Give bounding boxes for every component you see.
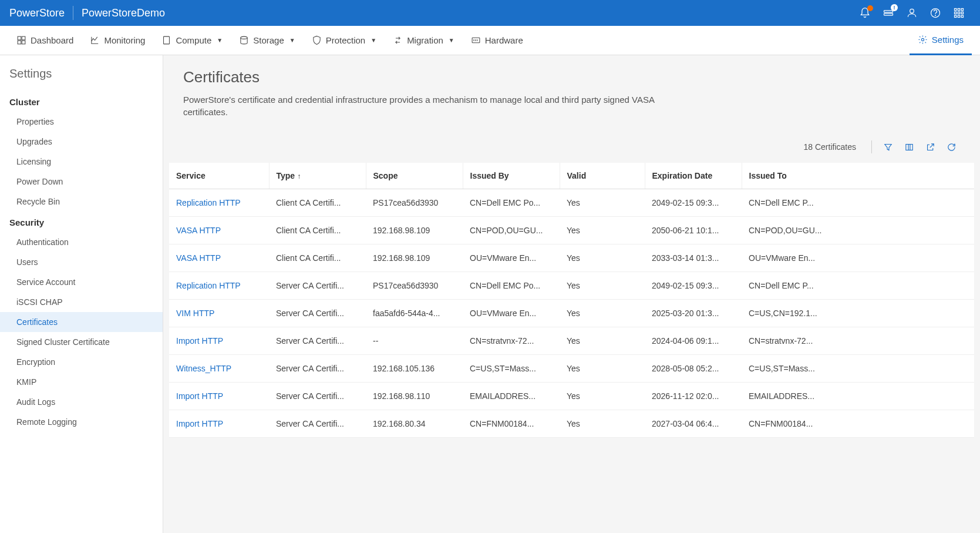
svg-rect-10 [961, 12, 963, 14]
cell-service[interactable]: VIM HTTP [169, 300, 269, 327]
cell-type: Server CA Certifi... [269, 327, 366, 355]
sidebar-item-powerdown[interactable]: Power Down [0, 172, 163, 192]
nav-label: Settings [932, 35, 964, 45]
column-type[interactable]: Type↑ [269, 163, 366, 189]
cell-service[interactable]: Replication HTTP [169, 189, 269, 217]
nav-label: Monitoring [104, 35, 145, 45]
notification-badge [867, 5, 873, 11]
sidebar-item-signedcert[interactable]: Signed Cluster Certificate [0, 332, 163, 352]
sidebar-item-authentication[interactable]: Authentication [0, 232, 163, 252]
cell-service[interactable]: Import HTTP [169, 410, 269, 438]
table-row[interactable]: Import HTTPServer CA Certifi...--CN=stra… [169, 327, 974, 355]
cell-service[interactable]: Import HTTP [169, 383, 269, 410]
sidebar-item-upgrades[interactable]: Upgrades [0, 132, 163, 152]
cell-service[interactable]: VASA HTTP [169, 217, 269, 244]
column-issuedby[interactable]: Issued By [463, 163, 560, 189]
cell-valid: Yes [560, 244, 645, 272]
toolbar-divider [871, 140, 872, 153]
cell-service[interactable]: Replication HTTP [169, 272, 269, 300]
filter-icon[interactable] [879, 139, 897, 155]
jobs-icon[interactable]: ! [883, 7, 894, 19]
sidebar-item-users[interactable]: Users [0, 252, 163, 272]
settings-sidebar: Settings Cluster Properties Upgrades Lic… [0, 55, 163, 533]
brand-label: PowerStore [9, 7, 65, 19]
cell-expiration: 2050-06-21 10:1... [645, 217, 742, 244]
column-service[interactable]: Service [169, 163, 269, 189]
sort-ascending-icon: ↑ [297, 172, 301, 180]
main-content: Certificates PowerStore's certificate an… [163, 55, 980, 533]
cell-valid: Yes [560, 383, 645, 410]
table-row[interactable]: VASA HTTPClient CA Certifi...192.168.98.… [169, 244, 974, 272]
sidebar-item-licensing[interactable]: Licensing [0, 152, 163, 172]
column-issuedto[interactable]: Issued To [742, 163, 974, 189]
table-row[interactable]: VASA HTTPClient CA Certifi...192.168.98.… [169, 217, 974, 244]
nav-compute[interactable]: Compute ▼ [153, 26, 231, 55]
sidebar-item-iscsichap[interactable]: iSCSI CHAP [0, 292, 163, 312]
cell-issued_to: CN=Dell EMC P... [742, 189, 974, 217]
table-row[interactable]: Witness_HTTPServer CA Certifi...192.168.… [169, 355, 974, 383]
refresh-icon[interactable] [942, 139, 960, 155]
nav-migration[interactable]: Migration ▼ [385, 26, 463, 55]
table-row[interactable]: VIM HTTPServer CA Certifi...faa5afd6-544… [169, 300, 974, 327]
app-header: PowerStore PowerStoreDemo ! [0, 0, 980, 26]
columns-icon[interactable] [900, 139, 918, 155]
sidebar-title: Settings [0, 55, 163, 91]
svg-rect-8 [955, 12, 957, 14]
user-icon[interactable] [906, 7, 918, 19]
cell-valid: Yes [560, 355, 645, 383]
sidebar-item-kmip[interactable]: KMIP [0, 372, 163, 392]
sidebar-item-certificates[interactable]: Certificates [0, 312, 163, 332]
table-row[interactable]: Replication HTTPServer CA Certifi...PS17… [169, 272, 974, 300]
nav-monitoring[interactable]: Monitoring [82, 26, 153, 55]
cell-expiration: 2028-05-08 05:2... [645, 355, 742, 383]
svg-point-21 [921, 38, 924, 41]
nav-storage[interactable]: Storage ▼ [231, 26, 303, 55]
svg-point-2 [910, 9, 914, 13]
notifications-icon[interactable] [859, 7, 871, 19]
cell-type: Server CA Certifi... [269, 410, 366, 438]
table-row[interactable]: Import HTTPServer CA Certifi...192.168.9… [169, 383, 974, 410]
column-scope[interactable]: Scope [366, 163, 463, 189]
cell-issued_to: C=US,ST=Mass... [742, 355, 974, 383]
svg-rect-6 [958, 9, 959, 11]
nav-dashboard[interactable]: Dashboard [8, 26, 82, 55]
sidebar-item-auditlogs[interactable]: Audit Logs [0, 392, 163, 412]
cell-valid: Yes [560, 327, 645, 355]
sidebar-section-cluster: Cluster [0, 91, 163, 112]
sidebar-item-remotelogging[interactable]: Remote Logging [0, 412, 163, 432]
column-expiration[interactable]: Expiration Date [645, 163, 742, 189]
table-row[interactable]: Replication HTTPClient CA Certifi...PS17… [169, 189, 974, 217]
nav-label: Dashboard [31, 35, 73, 45]
cell-issued_to: OU=VMware En... [742, 244, 974, 272]
export-icon[interactable] [921, 139, 939, 155]
nav-settings[interactable]: Settings [910, 26, 972, 55]
column-valid[interactable]: Valid [560, 163, 645, 189]
help-icon[interactable] [930, 7, 941, 19]
cell-expiration: 2026-11-12 02:0... [645, 383, 742, 410]
apps-icon[interactable] [953, 7, 965, 19]
cell-service[interactable]: VASA HTTP [169, 244, 269, 272]
cell-valid: Yes [560, 189, 645, 217]
cell-issued_by: CN=stratvnx-72... [463, 327, 560, 355]
svg-rect-12 [958, 15, 959, 17]
sidebar-item-encryption[interactable]: Encryption [0, 352, 163, 372]
sidebar-item-recyclebin[interactable]: Recycle Bin [0, 192, 163, 212]
chevron-down-icon: ▼ [449, 37, 454, 43]
cell-service[interactable]: Witness_HTTP [169, 355, 269, 383]
page-title: Certificates [183, 68, 960, 86]
cell-expiration: 2049-02-15 09:3... [645, 189, 742, 217]
cell-type: Server CA Certifi... [269, 300, 366, 327]
cell-scope: 192.168.105.136 [366, 355, 463, 383]
cell-service[interactable]: Import HTTP [169, 327, 269, 355]
svg-rect-1 [884, 14, 893, 15]
sidebar-item-properties[interactable]: Properties [0, 112, 163, 132]
cell-type: Client CA Certifi... [269, 244, 366, 272]
nav-label: Storage [253, 35, 284, 45]
nav-label: Compute [176, 35, 211, 45]
cell-expiration: 2024-04-06 09:1... [645, 327, 742, 355]
cell-valid: Yes [560, 410, 645, 438]
nav-hardware[interactable]: Hardware [463, 26, 531, 55]
table-row[interactable]: Import HTTPServer CA Certifi...192.168.8… [169, 410, 974, 438]
sidebar-item-serviceaccount[interactable]: Service Account [0, 272, 163, 292]
nav-protection[interactable]: Protection ▼ [304, 26, 385, 55]
